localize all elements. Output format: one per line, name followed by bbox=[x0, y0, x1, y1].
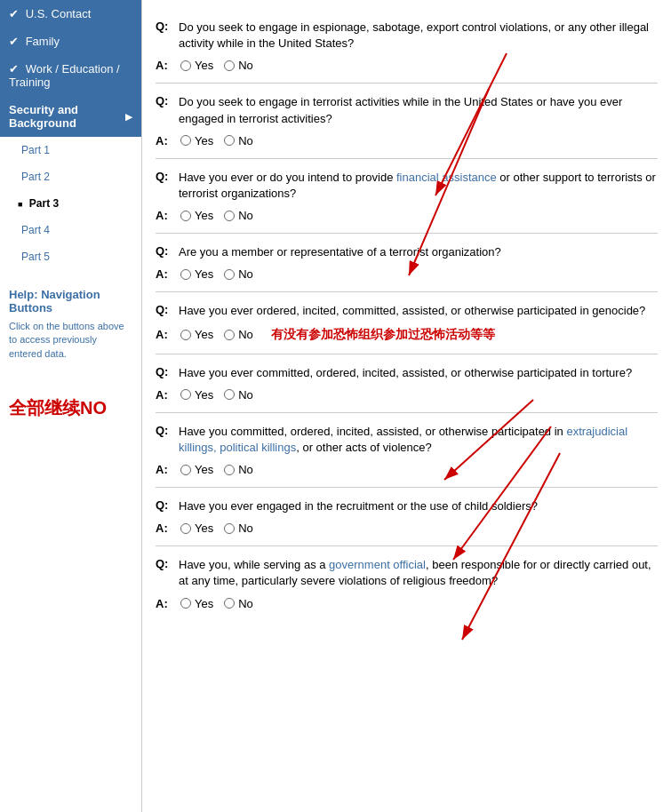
radio-group-7: Yes No bbox=[180, 463, 253, 476]
radio-circle-yes-4 bbox=[180, 269, 191, 280]
answer-row-2: A: Yes No bbox=[156, 134, 658, 147]
question-row-8: Q: Have you ever engaged in the recruitm… bbox=[156, 498, 658, 514]
radio-no-6[interactable]: No bbox=[224, 388, 253, 402]
question-row-4: Q: Are you a member or representative of… bbox=[156, 244, 658, 260]
a-label-1: A: bbox=[156, 59, 175, 72]
help-title: Help: Navigation Buttons bbox=[9, 288, 132, 314]
radio-yes-2[interactable]: Yes bbox=[180, 134, 213, 147]
a-label-2: A: bbox=[156, 134, 175, 147]
q-text-2: Do you seek to engage in terrorist activ… bbox=[179, 94, 658, 126]
answer-row-8: A: Yes No bbox=[156, 521, 658, 535]
radio-no-2[interactable]: No bbox=[224, 134, 253, 147]
inline-annotation-text: 有没有参加恐怖组织参加过恐怖活动等等 bbox=[271, 327, 495, 343]
q-label-7: Q: bbox=[156, 424, 175, 437]
radio-circle-no-1 bbox=[224, 60, 235, 71]
answer-row-3: A: Yes No bbox=[156, 209, 658, 222]
radio-circle-yes-2 bbox=[180, 135, 191, 146]
radio-circle-no-4 bbox=[224, 269, 235, 280]
q-text-7: Have you committed, ordered, incited, as… bbox=[179, 424, 658, 456]
radio-yes-3[interactable]: Yes bbox=[180, 209, 213, 222]
q-text-4: Are you a member or representative of a … bbox=[179, 244, 501, 260]
a-label-6: A: bbox=[156, 388, 175, 402]
radio-group-8: Yes No bbox=[180, 521, 253, 535]
radio-circle-no-5 bbox=[224, 330, 235, 340]
answer-row-7: A: Yes No bbox=[156, 463, 658, 476]
qa-block-7: Q: Have you committed, ordered, incited,… bbox=[156, 413, 658, 488]
question-row-2: Q: Do you seek to engage in terrorist ac… bbox=[156, 94, 658, 126]
sidebar-subitem-part2[interactable]: Part 2 bbox=[0, 163, 141, 190]
question-row-1: Q: Do you seek to engage in espionage, s… bbox=[156, 20, 658, 52]
qa-block-4: Q: Are you a member or representative of… bbox=[156, 234, 658, 292]
radio-yes-9[interactable]: Yes bbox=[180, 597, 213, 610]
sidebar-subitem-part4[interactable]: Part 4 bbox=[0, 217, 141, 243]
q-label-4: Q: bbox=[156, 244, 175, 258]
q-label-9: Q: bbox=[156, 557, 175, 570]
answer-row-4: A: Yes No bbox=[156, 267, 658, 281]
q-text-1: Do you seek to engage in espionage, sabo… bbox=[179, 20, 658, 52]
sidebar-item-work-education[interactable]: ✔ Work / Education / Training bbox=[0, 55, 141, 96]
radio-group-9: Yes No bbox=[180, 597, 253, 610]
radio-yes-8[interactable]: Yes bbox=[180, 521, 213, 535]
qa-block-3: Q: Have you ever or do you intend to pro… bbox=[156, 159, 658, 234]
annotation-all-no: 全部继续NO bbox=[0, 387, 141, 428]
radio-circle-no-6 bbox=[224, 389, 235, 400]
sidebar: ✔ U.S. Contact ✔ Family ✔ Work / Educati… bbox=[0, 0, 142, 812]
radio-circle-yes-7 bbox=[180, 465, 191, 475]
radio-no-7[interactable]: No bbox=[224, 463, 253, 476]
radio-yes-4[interactable]: Yes bbox=[180, 267, 213, 281]
radio-circle-yes-5 bbox=[180, 330, 191, 340]
radio-no-5[interactable]: No bbox=[224, 328, 253, 341]
qa-block-5: Q: Have you ever ordered, incited, commi… bbox=[156, 292, 658, 354]
radio-circle-yes-6 bbox=[180, 389, 191, 400]
sidebar-subitem-part3[interactable]: Part 3 bbox=[0, 190, 141, 217]
main-content: Q: Do you seek to engage in espionage, s… bbox=[142, 0, 671, 812]
question-row-6: Q: Have you ever committed, ordered, inc… bbox=[156, 365, 658, 381]
answer-row-1: A: Yes No bbox=[156, 59, 658, 72]
sidebar-subitem-part5[interactable]: Part 5 bbox=[0, 243, 141, 270]
q-text-6: Have you ever committed, ordered, incite… bbox=[179, 365, 632, 381]
radio-circle-yes-8 bbox=[180, 523, 191, 534]
radio-circle-no-2 bbox=[224, 135, 235, 146]
question-row-7: Q: Have you committed, ordered, incited,… bbox=[156, 424, 658, 456]
radio-group-1: Yes No bbox=[180, 59, 253, 72]
radio-no-9[interactable]: No bbox=[224, 597, 253, 610]
radio-yes-5[interactable]: Yes bbox=[180, 328, 213, 341]
qa-block-6: Q: Have you ever committed, ordered, inc… bbox=[156, 354, 658, 413]
sidebar-item-security-background[interactable]: Security and Background ▶ bbox=[0, 96, 141, 137]
radio-no-3[interactable]: No bbox=[224, 209, 253, 222]
a-label-4: A: bbox=[156, 267, 175, 281]
q-label-1: Q: bbox=[156, 20, 175, 33]
sidebar-item-us-contact[interactable]: ✔ U.S. Contact bbox=[0, 0, 141, 28]
question-row-5: Q: Have you ever ordered, incited, commi… bbox=[156, 303, 658, 319]
check-icon: ✔ bbox=[9, 7, 19, 20]
q-text-8: Have you ever engaged in the recruitment… bbox=[179, 498, 538, 514]
sidebar-item-family[interactable]: ✔ Family bbox=[0, 28, 141, 55]
radio-group-4: Yes No bbox=[180, 267, 253, 281]
qa-block-8: Q: Have you ever engaged in the recruitm… bbox=[156, 488, 658, 546]
radio-circle-no-7 bbox=[224, 465, 235, 475]
help-section: Help: Navigation Buttons Click on the bu… bbox=[0, 279, 141, 370]
qa-block-2: Q: Do you seek to engage in terrorist ac… bbox=[156, 84, 658, 158]
q-text-5: Have you ever ordered, incited, committe… bbox=[179, 303, 645, 319]
check-icon-work: ✔ bbox=[9, 62, 19, 76]
sidebar-subitem-part1[interactable]: Part 1 bbox=[0, 137, 141, 163]
a-label-9: A: bbox=[156, 597, 175, 610]
radio-yes-6[interactable]: Yes bbox=[180, 388, 213, 402]
radio-no-4[interactable]: No bbox=[224, 267, 253, 281]
radio-yes-7[interactable]: Yes bbox=[180, 463, 213, 476]
radio-group-2: Yes No bbox=[180, 134, 253, 147]
q-label-8: Q: bbox=[156, 498, 175, 512]
a-label-3: A: bbox=[156, 209, 175, 222]
radio-group-5: Yes No 有没有参加恐怖组织参加过恐怖活动等等 bbox=[180, 327, 495, 343]
a-label-7: A: bbox=[156, 463, 175, 476]
answer-row-6: A: Yes No bbox=[156, 388, 658, 402]
radio-yes-1[interactable]: Yes bbox=[180, 59, 213, 72]
q-text-9: Have you, while serving as a government … bbox=[179, 557, 658, 589]
q-label-5: Q: bbox=[156, 303, 175, 316]
q-label-2: Q: bbox=[156, 94, 175, 107]
question-row-3: Q: Have you ever or do you intend to pro… bbox=[156, 170, 658, 202]
radio-no-8[interactable]: No bbox=[224, 521, 253, 535]
radio-group-6: Yes No bbox=[180, 388, 253, 402]
answer-row-5: A: Yes No 有没有参加恐怖组织参加过恐怖活动等等 bbox=[156, 327, 658, 343]
radio-no-1[interactable]: No bbox=[224, 59, 253, 72]
